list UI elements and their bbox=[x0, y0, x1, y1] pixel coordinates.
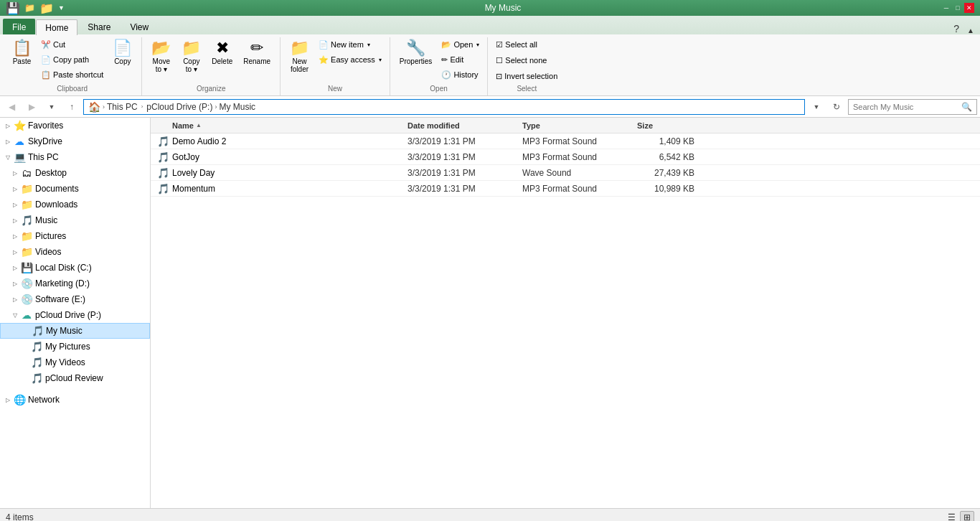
sidebar-item-my-videos[interactable]: 🎵 My Videos bbox=[0, 355, 150, 370]
sidebar-item-pcloud-drive-p[interactable]: ▽ ☁ pCloud Drive (P:) bbox=[0, 307, 150, 323]
search-input[interactable] bbox=[853, 103, 958, 111]
easy-access-button[interactable]: ⭐ Easy access ▾ bbox=[315, 52, 385, 67]
sidebar-item-this-pc[interactable]: ▽ 💻 This PC bbox=[0, 149, 150, 165]
path-home-icon: 🏠 bbox=[88, 101, 100, 113]
expand-icon: ▷ bbox=[10, 233, 20, 240]
file-type: MP3 Format Sound bbox=[517, 136, 631, 146]
sidebar-item-documents[interactable]: ▷ 📁 Documents bbox=[0, 181, 150, 197]
tab-home[interactable]: Home bbox=[36, 19, 77, 35]
history-button[interactable]: 🕐 History bbox=[438, 67, 483, 82]
file-icon: 🎵 bbox=[156, 135, 169, 148]
cut-icon: ✂️ bbox=[41, 40, 51, 50]
path-this-pc[interactable]: This PC bbox=[107, 102, 138, 112]
move-to-button[interactable]: 📂 Moveto ▾ bbox=[146, 37, 176, 76]
my-music-icon: 🎵 bbox=[31, 324, 44, 337]
help-button[interactable]: ? bbox=[949, 23, 963, 34]
tab-share[interactable]: Share bbox=[78, 19, 120, 34]
sidebar-item-favorites[interactable]: ▷ ⭐ Favorites bbox=[0, 118, 150, 133]
select-group: ☑ Select all ☐ Select none ⊡ Invert sele… bbox=[488, 37, 565, 95]
forward-button[interactable]: ▶ bbox=[23, 98, 40, 116]
recent-locations-button[interactable]: ▼ bbox=[43, 98, 60, 116]
file-type: MP3 Format Sound bbox=[517, 152, 631, 162]
address-path[interactable]: 🏠 › This PC › pCloud Drive (P:) › My Mus… bbox=[83, 99, 805, 115]
videos-icon: 📁 bbox=[20, 245, 33, 258]
tab-view[interactable]: View bbox=[121, 19, 158, 34]
select-none-button[interactable]: ☐ Select none bbox=[492, 53, 561, 67]
copy-path-button[interactable]: 📄 Copy path bbox=[37, 52, 107, 67]
sidebar-item-desktop[interactable]: ▷ 🗂 Desktop bbox=[0, 165, 150, 181]
sidebar-item-network[interactable]: ▷ 🌐 Network bbox=[0, 392, 150, 408]
desktop-icon: 🗂 bbox=[20, 166, 33, 179]
refresh-button[interactable]: ↻ bbox=[828, 98, 845, 116]
file-icon: 🎵 bbox=[156, 151, 169, 164]
properties-button[interactable]: 🔧 Properties bbox=[395, 37, 438, 68]
documents-icon: 📁 bbox=[20, 182, 33, 195]
table-row[interactable]: 🎵 Momentum 3/3/2019 1:31 PM MP3 Format S… bbox=[151, 181, 980, 197]
column-name[interactable]: Name ▲ bbox=[151, 121, 402, 130]
table-row[interactable]: 🎵 Lovely Day 3/3/2019 1:31 PM Wave Sound… bbox=[151, 165, 980, 181]
sidebar-item-pictures[interactable]: ▷ 📁 Pictures bbox=[0, 228, 150, 244]
rename-button[interactable]: ✏ Rename bbox=[238, 37, 275, 68]
sidebar-item-music[interactable]: ▷ 🎵 Music bbox=[0, 212, 150, 228]
copy-button[interactable]: 📄 Copy bbox=[108, 37, 137, 68]
sidebar-item-software-e[interactable]: ▷ 💿 Software (E:) bbox=[0, 291, 150, 307]
table-row[interactable]: 🎵 Demo Audio 2 3/3/2019 1:31 PM MP3 Form… bbox=[151, 133, 980, 149]
delete-button[interactable]: ✖ Delete bbox=[207, 37, 237, 68]
invert-selection-button[interactable]: ⊡ Invert selection bbox=[492, 69, 561, 83]
column-type[interactable]: Type bbox=[517, 121, 631, 130]
title-bar: 💾 📁 📁 ▼ My Music ─ □ ✕ bbox=[0, 0, 980, 16]
file-size: 10,989 KB bbox=[631, 184, 703, 194]
sidebar-item-downloads[interactable]: ▷ 📁 Downloads bbox=[0, 197, 150, 212]
details-view-button[interactable]: ☰ bbox=[944, 511, 958, 522]
path-pcloud[interactable]: pCloud Drive (P:) bbox=[146, 102, 212, 112]
dropdown-button[interactable]: ▼ bbox=[808, 98, 825, 116]
maximize-button[interactable]: □ bbox=[953, 3, 963, 13]
sidebar-item-my-music[interactable]: 🎵 My Music bbox=[0, 323, 150, 339]
local-disk-c-icon: 💾 bbox=[20, 261, 33, 274]
select-all-button[interactable]: ☑ Select all bbox=[492, 37, 561, 52]
expand-icon: ▷ bbox=[10, 186, 20, 192]
ribbon-collapse-button[interactable]: ▲ bbox=[964, 27, 977, 34]
file-name: GotJoy bbox=[172, 152, 199, 162]
new-group: 📁 Newfolder 📄 New item ▾ ⭐ Easy access ▾ bbox=[281, 37, 390, 95]
downloads-icon: 📁 bbox=[20, 198, 33, 211]
open-button[interactable]: 📂 Open ▾ bbox=[438, 37, 483, 52]
list-view-button[interactable]: ⊞ bbox=[960, 511, 974, 522]
expand-icon: ▷ bbox=[3, 123, 13, 129]
edit-button[interactable]: ✏ Edit bbox=[438, 52, 483, 67]
easy-access-icon: ⭐ bbox=[319, 55, 329, 65]
main-area: ▷ ⭐ Favorites ▷ ☁ SkyDrive ▽ 💻 This PC ▷… bbox=[0, 118, 980, 508]
new-item-button[interactable]: 📄 New item ▾ bbox=[315, 37, 385, 52]
sidebar-item-videos[interactable]: ▷ 📁 Videos bbox=[0, 244, 150, 260]
column-size[interactable]: Size bbox=[631, 121, 703, 130]
path-my-music[interactable]: My Music bbox=[219, 102, 255, 112]
copy-to-icon: 📁 bbox=[182, 40, 201, 56]
expand-icon: ▷ bbox=[10, 296, 20, 303]
table-row[interactable]: 🎵 GotJoy 3/3/2019 1:31 PM MP3 Format Sou… bbox=[151, 149, 980, 165]
sidebar-item-skydrive[interactable]: ▷ ☁ SkyDrive bbox=[0, 133, 150, 149]
sidebar-item-local-disk-c[interactable]: ▷ 💾 Local Disk (C:) bbox=[0, 260, 150, 276]
expand-icon: ▽ bbox=[3, 154, 13, 161]
minimize-button[interactable]: ─ bbox=[941, 3, 951, 13]
search-box[interactable]: 🔍 bbox=[848, 99, 977, 115]
cut-button[interactable]: ✂️ Cut bbox=[37, 37, 107, 52]
file-list: Name ▲ Date modified Type Size 🎵 Demo Au… bbox=[151, 118, 980, 197]
new-folder-button[interactable]: 📁 Newfolder bbox=[285, 37, 314, 76]
close-button[interactable]: ✕ bbox=[964, 3, 974, 13]
search-icon: 🔍 bbox=[961, 102, 972, 112]
title-bar-dropdown[interactable]: ▼ bbox=[58, 4, 65, 11]
sidebar-item-marketing-d[interactable]: ▷ 💿 Marketing (D:) bbox=[0, 276, 150, 291]
my-pictures-icon: 🎵 bbox=[30, 340, 43, 353]
paste-shortcut-button[interactable]: 📋 Paste shortcut bbox=[37, 67, 107, 82]
pcloud-drive-p-icon: ☁ bbox=[20, 309, 33, 321]
sidebar-item-pcloud-review[interactable]: 🎵 pCloud Review bbox=[0, 370, 150, 386]
column-date[interactable]: Date modified bbox=[402, 121, 517, 130]
new-item-icon: 📄 bbox=[319, 40, 329, 50]
file-type: Wave Sound bbox=[517, 168, 631, 178]
back-button[interactable]: ◀ bbox=[3, 98, 20, 116]
copy-to-button[interactable]: 📁 Copyto ▾ bbox=[176, 37, 206, 76]
sidebar-item-my-pictures[interactable]: 🎵 My Pictures bbox=[0, 339, 150, 355]
tab-file[interactable]: File bbox=[3, 19, 35, 34]
paste-button[interactable]: 📋 Paste bbox=[7, 37, 37, 68]
up-button[interactable]: ↑ bbox=[63, 98, 80, 116]
